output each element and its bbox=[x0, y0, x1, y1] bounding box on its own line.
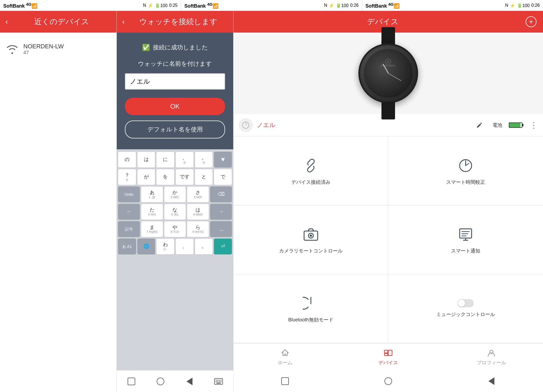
kb-ta[interactable]: た4 GHI bbox=[141, 204, 163, 220]
link-icon bbox=[301, 156, 320, 175]
kb-key-desu[interactable]: です bbox=[175, 169, 194, 185]
android-home-middle[interactable] bbox=[154, 376, 167, 387]
svg-point-10 bbox=[386, 59, 391, 64]
watch-face: noerden bbox=[364, 49, 413, 98]
feature-bluetooth-off[interactable]: Bluetooth無効モード bbox=[233, 274, 388, 343]
android-nav-right bbox=[233, 370, 543, 392]
kb-mode[interactable]: あ A1 bbox=[118, 238, 136, 255]
kb-globe[interactable]: 🌐 bbox=[137, 238, 156, 255]
svg-rect-2 bbox=[217, 380, 218, 381]
kb-key-ha[interactable]: は bbox=[137, 151, 156, 168]
panel-devices: デバイス + noerden bbox=[233, 11, 543, 392]
kb-sa[interactable]: さ3 DEF bbox=[187, 186, 209, 203]
default-name-button[interactable]: デフォルト名を使用 bbox=[125, 121, 225, 138]
carrier-2: SoftBank 4G📶 bbox=[184, 2, 219, 9]
list-item[interactable]: NOERDEN-LW 47 bbox=[5, 38, 111, 60]
tab-profile[interactable]: プロフィール bbox=[440, 343, 543, 370]
status-icons-3: N ⚡ 🔋100 0:26 bbox=[505, 3, 540, 8]
tab-devices[interactable]: デバイス bbox=[337, 343, 440, 370]
tab-profile-label: プロフィール bbox=[477, 359, 506, 366]
keyboard-row-3: Undo あ1 .@ か2 ABC さ3 DEF ⌫ bbox=[118, 186, 232, 203]
kb-key-question[interactable]: ？全 bbox=[118, 169, 136, 185]
kb-key-de[interactable]: で bbox=[214, 169, 232, 185]
camera-icon bbox=[301, 225, 320, 244]
battery-2: 🔋100 bbox=[336, 3, 349, 8]
kb-undo[interactable]: Undo bbox=[118, 186, 140, 203]
main-panels: ‹ 近くのデバイス NOERDEN-LW 47 ‹ bbox=[0, 11, 543, 392]
kb-wa[interactable]: わ0 - bbox=[156, 238, 175, 255]
back-button-left[interactable]: ‹ bbox=[5, 17, 8, 26]
kb-na[interactable]: な5 JKL bbox=[164, 204, 186, 220]
kb-ya[interactable]: や8 TUV bbox=[164, 221, 186, 237]
panel-middle-title: ウォッチを接続します bbox=[129, 17, 228, 27]
feature-label-device-connection: デバイス接続済み bbox=[291, 179, 330, 186]
ok-button[interactable]: OK bbox=[125, 98, 225, 115]
kb-space[interactable]: ⎵ bbox=[210, 221, 232, 237]
kb-key-wo[interactable]: を bbox=[156, 169, 175, 185]
feature-device-connection[interactable]: デバイス接続済み bbox=[233, 137, 388, 206]
android-square-middle[interactable] bbox=[125, 376, 138, 387]
status-section-3: SoftBank 4G📶 N ⚡ 🔋100 0:26 bbox=[362, 0, 543, 11]
edit-device-name-button[interactable] bbox=[476, 122, 483, 128]
kb-a[interactable]: あ1 .@ bbox=[141, 186, 163, 203]
music-toggle[interactable] bbox=[457, 299, 474, 307]
kb-enter[interactable]: ⏎ bbox=[214, 238, 232, 255]
kb-right[interactable]: → bbox=[210, 204, 232, 220]
add-device-button[interactable]: + bbox=[526, 16, 536, 27]
svg-rect-5 bbox=[216, 381, 217, 382]
feature-smart-time[interactable]: スマート時間較正 bbox=[388, 137, 543, 206]
kb-ka[interactable]: か2 ABC bbox=[164, 186, 186, 203]
kb-dropdown-button[interactable]: ▼ bbox=[214, 151, 232, 168]
kb-key-period[interactable]: 。全 bbox=[195, 151, 213, 168]
android-keyboard-middle[interactable] bbox=[212, 376, 225, 387]
kb-comma2[interactable]: 、 bbox=[175, 238, 194, 255]
watch-body: noerden bbox=[358, 43, 418, 103]
tab-devices-label: デバイス bbox=[378, 359, 398, 366]
kb-key-ga[interactable]: が bbox=[137, 169, 156, 185]
android-home-right[interactable] bbox=[381, 376, 395, 387]
panel-middle-header: ‹ ウォッチを接続します bbox=[117, 11, 233, 33]
svg-line-17 bbox=[466, 163, 469, 166]
time-2: 0:26 bbox=[350, 3, 359, 8]
android-square-right[interactable] bbox=[278, 376, 292, 387]
kb-backspace[interactable]: ⌫ bbox=[210, 186, 232, 203]
panel-left-title: 近くのデバイス bbox=[12, 17, 111, 27]
svg-rect-9 bbox=[216, 383, 221, 384]
dialog-area: ✅ 接続に成功しました ウォッチに名前を付けます OK デフォルト名を使用 bbox=[117, 33, 233, 149]
status-icons-1: N ⚡ 🔋100 0:25 bbox=[143, 3, 178, 8]
android-back-right[interactable] bbox=[485, 376, 498, 387]
feature-label-smart-time: スマート時間較正 bbox=[446, 179, 485, 186]
svg-line-14 bbox=[246, 124, 247, 125]
watch-strap-bottom bbox=[381, 102, 395, 119]
kb-key-no[interactable]: の bbox=[118, 151, 136, 168]
time-3: 0:26 bbox=[531, 3, 540, 8]
kb-key-comma[interactable]: 、全 bbox=[175, 151, 194, 168]
watch-container: noerden bbox=[358, 43, 418, 103]
watch-name-input[interactable] bbox=[125, 73, 225, 90]
panel-right-title: デバイス bbox=[240, 17, 526, 27]
android-back-middle[interactable] bbox=[183, 376, 196, 387]
bluetooth-icon-2: ⚡ bbox=[329, 3, 334, 8]
kb-ra[interactable]: ら9 WXYZ bbox=[187, 221, 209, 237]
kb-period2[interactable]: 。 bbox=[195, 238, 213, 255]
carrier-1: SoftBank 4G📶 bbox=[3, 2, 37, 9]
tab-home[interactable]: ホーム bbox=[233, 343, 337, 370]
feature-music-control[interactable]: ミュージックコントロール bbox=[388, 274, 543, 343]
kb-ha2[interactable]: は6 MNO bbox=[187, 204, 209, 220]
feature-camera-remote[interactable]: カメラリモートコントロール bbox=[233, 206, 388, 274]
features-grid: デバイス接続済み スマート時間較正 bbox=[233, 137, 543, 343]
kb-left[interactable]: ← bbox=[118, 204, 140, 220]
panel-middle-nav bbox=[117, 370, 233, 392]
back-button-middle[interactable]: ‹ bbox=[122, 17, 125, 26]
more-options-button[interactable]: ⋮ bbox=[530, 121, 538, 130]
devices-icon bbox=[383, 348, 393, 358]
kb-symbols[interactable]: 記号 bbox=[118, 221, 140, 237]
success-icon: ✅ bbox=[142, 44, 150, 51]
status-section-1: SoftBank 4G📶 N ⚡ 🔋100 0:25 bbox=[0, 0, 181, 11]
feature-smart-notification[interactable]: スマート通知 bbox=[388, 206, 543, 274]
wifi-icon bbox=[5, 42, 19, 56]
keyboard-row-4: ← た4 GHI な5 JKL は6 MNO → bbox=[118, 204, 232, 220]
kb-ma[interactable]: ま7 PQRS bbox=[141, 221, 163, 237]
kb-key-to[interactable]: と bbox=[195, 169, 213, 185]
kb-key-ni[interactable]: に bbox=[156, 151, 175, 168]
